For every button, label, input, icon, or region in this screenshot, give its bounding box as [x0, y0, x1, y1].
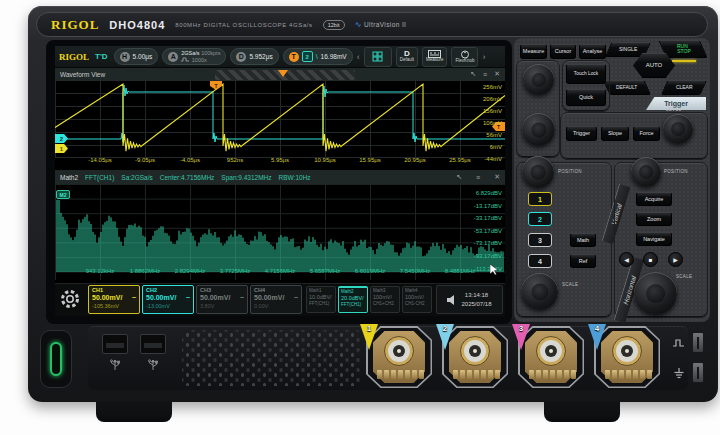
ch4-status-box[interactable]: CH4 50.00mV/~ 0.00V [250, 285, 302, 314]
windows-icon[interactable] [364, 47, 392, 67]
analyse-button[interactable]: Analyse [579, 44, 606, 59]
coupling-icon: ~ [240, 294, 244, 303]
memory-depth: 100kpts [201, 50, 220, 56]
default-button[interactable]: D Default [396, 47, 418, 67]
db-label: 6.829dBV [458, 190, 502, 196]
channel-offset: -105.36mV [92, 303, 136, 310]
channel-4-button[interactable]: 4 [528, 254, 552, 268]
play-back-button[interactable]: ◀ [619, 252, 634, 267]
close-icon[interactable]: ✕ [494, 173, 500, 181]
ref-button[interactable]: Ref [570, 254, 596, 268]
probe-comp-ground-port [692, 362, 704, 383]
time-label: 20.95μs [397, 157, 433, 163]
acq-mult: 1000x [192, 57, 207, 63]
slope-button[interactable]: Slope [601, 126, 629, 141]
close-icon[interactable]: ✕ [494, 70, 500, 78]
vertical-position-knob[interactable] [522, 156, 554, 188]
channel-name: CH4 [254, 287, 298, 294]
toolbar-left-arrow[interactable]: ‹ [357, 52, 360, 62]
math1-status-box[interactable]: Math1 10.0dBV/ FFT(CH1) [306, 286, 336, 313]
squarewave-icon [672, 338, 686, 348]
time-label: -4.05μs [172, 157, 208, 163]
force-button[interactable]: Force [633, 126, 660, 141]
flexknob-button[interactable]: FlexKnob [451, 47, 478, 67]
ch3-status-box[interactable]: CH3 50.00mV/~ 3.80V [196, 285, 248, 314]
channel-offset: 0.00V [254, 303, 298, 310]
channel-scale: 50.00mV/ [254, 294, 284, 303]
math-button[interactable]: Math [570, 233, 596, 247]
math-scale: 100mV/ [405, 294, 429, 301]
horizontal-scale-label: SCALE [676, 274, 692, 279]
ultravision-label: ∿ UltraVision II [355, 20, 407, 29]
stop-playback-button[interactable]: ■ [643, 252, 658, 267]
level-label: LEVEL [666, 107, 682, 112]
menu-icon[interactable]: ≡ [476, 174, 480, 181]
fft-window-titlebar[interactable]: Math2 FFT(CH1) Sa:2GSa/s Center:4.7156MH… [55, 170, 505, 184]
quick-button[interactable]: Quick [566, 89, 606, 106]
channel-offset: 3.80V [200, 303, 244, 310]
channel-scale: 50.00mV/ [200, 294, 230, 303]
freq-label: 4.7156MHz [260, 268, 300, 274]
coupling-icon: ~ [132, 294, 136, 303]
math2-status-box[interactable]: Math2 20.0dBV/ FFT(CH1) [338, 286, 368, 313]
d-icon: D [236, 52, 246, 62]
trigger-source: 2 [302, 51, 313, 62]
toolbar-right-arrow[interactable]: › [482, 52, 485, 62]
channel-2-button[interactable]: 2 [528, 212, 552, 226]
run-led [672, 60, 696, 62]
channel-3-button[interactable]: 3 [528, 233, 552, 247]
time-label: 15.95μs [352, 157, 388, 163]
volt-label: 256mV [462, 84, 502, 90]
delay-readout[interactable]: D 5.952μs [230, 48, 278, 65]
float-window-icon[interactable]: ↖ [470, 70, 476, 78]
ch1-status-box[interactable]: CH1 50.00mV/~ -105.36mV [88, 285, 140, 314]
channel-1-button[interactable]: 1 [528, 192, 552, 206]
clock-box[interactable]: 13:14:18 2025/07/18 [436, 285, 503, 314]
db-label: -53.17dBV [458, 228, 502, 234]
horizontal-scale-knob[interactable] [634, 272, 677, 315]
power-led-ring [50, 342, 62, 376]
delay-value: 5.952μs [249, 53, 272, 60]
play-forward-button[interactable]: ▶ [668, 252, 683, 267]
power-button[interactable] [40, 330, 72, 388]
navigate-button[interactable]: Navigate [636, 232, 672, 246]
ch2-status-box[interactable]: CH2 50.00mV/~ -13.00mV [142, 285, 194, 314]
freq-label: 7.5450MHz [395, 268, 435, 274]
touch-lock-button[interactable]: Touch Lock [566, 64, 606, 84]
trigger-level-knob[interactable] [663, 114, 693, 144]
vent-grille [182, 330, 362, 386]
horizontal-readout[interactable]: H 5.00μs [114, 48, 159, 65]
menu-icon[interactable]: ≡ [483, 71, 487, 78]
settings-gear-icon[interactable] [58, 287, 82, 315]
math4-status-box[interactable]: Math4 100mV/ CH1-CH2 [402, 286, 432, 313]
db-label: -33.17dBV [458, 215, 502, 221]
freq-label: 1.8862MHz [125, 268, 165, 274]
channel-name: CH2 [146, 287, 190, 294]
measure-quick-button[interactable]: Measure [422, 47, 448, 67]
drag-pointer-icon[interactable] [278, 70, 288, 77]
usb-port-2 [140, 334, 166, 354]
acquire-button[interactable]: Acquire [636, 192, 672, 206]
usb-icon [146, 358, 160, 371]
trigger-menu-button[interactable]: Trigger [566, 126, 597, 141]
db-label: -73.17dBV [458, 240, 502, 246]
horizontal-position-knob[interactable] [631, 157, 661, 187]
math3-status-box[interactable]: Math3 100mV/ CH1+CH2 [370, 286, 400, 313]
brand-logo: RIGOL [51, 17, 99, 33]
clear-button[interactable]: CLEAR [661, 80, 708, 95]
zoom-button[interactable]: Zoom [636, 212, 672, 226]
volt-label: 106mV [462, 120, 502, 126]
float-window-icon[interactable]: ↖ [456, 173, 462, 181]
multipurpose-knob-a[interactable] [523, 64, 554, 95]
math2-marker[interactable]: M2 [56, 190, 70, 199]
trigger-readout[interactable]: T 2 \ 16.98mV [283, 48, 353, 65]
time-label: 952ns [217, 157, 253, 163]
measure-button[interactable]: Measure [520, 44, 547, 59]
vertical-scale-knob[interactable] [521, 273, 558, 310]
acquisition-readout[interactable]: A 2GSa/s 100kpts 1000x [162, 48, 226, 65]
fft-mode: FFT(CH1) [85, 174, 114, 181]
time-label: -14.05μs [82, 157, 118, 163]
cursor-button[interactable]: Cursor [550, 44, 576, 59]
multipurpose-knob-b[interactable] [522, 113, 555, 146]
mouse-cursor-icon [490, 264, 500, 276]
